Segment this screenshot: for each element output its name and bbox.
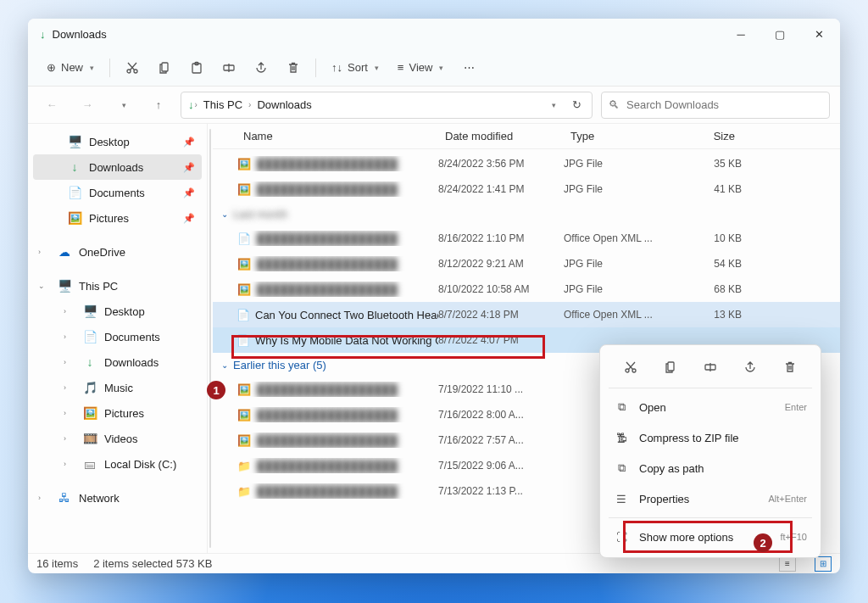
addr-dropdown-button[interactable]: ▾ — [541, 93, 565, 117]
sidebar-item-pc-music[interactable]: ›🎵Music — [33, 375, 202, 400]
ctx-rename-button[interactable] — [697, 354, 724, 381]
annotation-badge-2: 2 — [754, 533, 772, 552]
svg-point-6 — [626, 369, 629, 372]
ctx-share-button[interactable] — [737, 354, 764, 381]
share-button[interactable] — [246, 54, 276, 81]
file-row[interactable]: 📄██████████████████8/16/2022 1:10 PMOffi… — [213, 226, 840, 251]
sidebar-item-pictures[interactable]: 🖼️Pictures📌 — [33, 205, 202, 231]
copypath-icon: ⧉ — [614, 461, 629, 475]
more-button[interactable]: ⋯ — [453, 54, 484, 81]
rename-button[interactable] — [214, 54, 244, 81]
ctx-copy-button[interactable] — [657, 354, 684, 381]
crumb-downloads[interactable]: Downloads — [252, 97, 316, 113]
zip-icon: 🗜 — [614, 432, 629, 444]
svg-point-1 — [134, 70, 137, 73]
ctx-copy-path[interactable]: ⧉Copy as path — [605, 453, 815, 483]
search-icon: 🔍︎ — [609, 98, 620, 111]
sidebar-item-onedrive[interactable]: ›☁OneDrive — [33, 239, 202, 265]
view-button[interactable]: ≡ View▾ — [389, 54, 453, 81]
cut-button[interactable] — [117, 54, 147, 81]
sidebar-item-documents[interactable]: 📄Documents📌 — [33, 180, 202, 205]
file-row[interactable]: 🖼️██████████████████8/24/2022 1:41 PMJPG… — [213, 176, 840, 202]
view-details-toggle[interactable]: ≡ — [779, 556, 796, 572]
recent-dropdown[interactable]: ▾ — [109, 92, 136, 119]
ctx-show-more-options[interactable]: ⛶Show more optionsft+F10 — [605, 522, 815, 552]
properties-icon: ☰ — [614, 493, 629, 505]
ctx-properties[interactable]: ☰PropertiesAlt+Enter — [605, 483, 815, 514]
sort-button[interactable]: ↑↓ Sort▾ — [323, 54, 387, 81]
forward-button[interactable]: → — [74, 92, 101, 119]
new-button[interactable]: ⊕New▾ — [38, 54, 103, 81]
minimize-button[interactable]: ─ — [721, 19, 760, 49]
col-name[interactable]: Name — [236, 130, 438, 142]
back-button[interactable]: ← — [38, 92, 65, 119]
pin-icon: 📌 — [183, 213, 195, 224]
svg-point-7 — [632, 369, 636, 372]
maximize-button[interactable]: ▢ — [760, 19, 799, 49]
column-headers[interactable]: Name Date modified Type Size — [213, 124, 840, 149]
file-group[interactable]: ⌄Last month — [213, 202, 840, 226]
copy-button[interactable] — [149, 54, 180, 81]
ctx-delete-button[interactable] — [776, 354, 804, 381]
pin-icon: 📌 — [183, 187, 195, 198]
file-row[interactable]: 🖼️██████████████████8/10/2022 10:58 AMJP… — [213, 276, 840, 302]
refresh-button[interactable]: ↻ — [565, 93, 588, 117]
svg-point-0 — [127, 70, 131, 73]
search-input[interactable] — [626, 98, 822, 111]
file-list-pane: Name Date modified Type Size 🖼️█████████… — [213, 124, 840, 553]
sidebar-item-thispc[interactable]: ⌄🖥️This PC — [33, 273, 202, 299]
explorer-window: ↓ Downloads ─ ▢ ✕ ⊕New▾ ↑↓ Sort▾ ≡ View▾… — [28, 19, 840, 573]
address-row: ← → ▾ ↑ ↓ › This PC › Downloads ▾ ↻ 🔍︎ — [28, 87, 840, 124]
pin-icon: 📌 — [183, 162, 195, 173]
col-size[interactable]: Size — [674, 130, 742, 142]
sidebar-item-pc-localdisk[interactable]: ›🖴Local Disk (C:) — [33, 451, 202, 477]
window-title: Downloads — [53, 28, 722, 41]
ctx-compress-zip[interactable]: 🗜Compress to ZIP file — [605, 422, 815, 453]
pin-icon: 📌 — [183, 137, 195, 148]
titlebar[interactable]: ↓ Downloads ─ ▢ ✕ — [28, 19, 840, 49]
status-count: 16 items — [36, 557, 78, 570]
more-icon: ⛶ — [614, 531, 629, 544]
sidebar-item-downloads[interactable]: ↓Downloads📌 — [33, 154, 202, 180]
delete-button[interactable] — [278, 54, 309, 81]
svg-rect-2 — [162, 63, 168, 71]
close-button[interactable]: ✕ — [799, 19, 838, 49]
col-type[interactable]: Type — [564, 130, 674, 142]
sidebar-item-pc-pictures[interactable]: ›🖼️Pictures — [33, 400, 202, 426]
sidebar-item-desktop[interactable]: 🖥️Desktop📌 — [33, 129, 202, 154]
open-icon: ⧉ — [614, 400, 629, 414]
sidebar-item-pc-videos[interactable]: ›🎞️Videos — [33, 426, 202, 451]
file-row[interactable]: 🖼️██████████████████8/24/2022 3:56 PMJPG… — [213, 151, 840, 176]
ctx-cut-button[interactable] — [617, 354, 644, 381]
paste-button[interactable] — [181, 54, 212, 81]
address-bar[interactable]: ↓ › This PC › Downloads ▾ ↻ — [181, 92, 593, 119]
toolbar: ⊕New▾ ↑↓ Sort▾ ≡ View▾ ⋯ — [28, 49, 840, 87]
download-icon: ↓ — [40, 28, 46, 41]
file-row[interactable]: 🖼️██████████████████8/12/2022 9:21 AMJPG… — [213, 251, 840, 276]
up-button[interactable]: ↑ — [145, 92, 172, 119]
annotation-badge-1: 1 — [207, 381, 225, 399]
file-row[interactable]: 📄Can You Connect Two Bluetooth Headph...… — [213, 302, 840, 327]
sidebar-item-pc-downloads[interactable]: ›↓Downloads — [33, 349, 202, 375]
context-menu: ⧉OpenEnter 🗜Compress to ZIP file ⧉Copy a… — [599, 344, 821, 558]
col-date[interactable]: Date modified — [438, 130, 564, 142]
view-icons-toggle[interactable]: ⊞ — [815, 556, 832, 572]
context-quick-actions — [605, 350, 815, 384]
crumb-this-pc[interactable]: This PC — [198, 97, 248, 113]
svg-rect-8 — [668, 362, 674, 371]
sidebar[interactable]: 🖥️Desktop📌 ↓Downloads📌 📄Documents📌 🖼️Pic… — [28, 124, 208, 553]
ctx-open[interactable]: ⧉OpenEnter — [605, 392, 815, 422]
sidebar-item-network[interactable]: ›🖧Network — [33, 485, 202, 511]
sidebar-item-pc-documents[interactable]: ›📄Documents — [33, 324, 202, 349]
sidebar-item-pc-desktop[interactable]: ›🖥️Desktop — [33, 299, 202, 324]
status-selected: 2 items selected 573 KB — [93, 557, 212, 570]
search-box[interactable]: 🔍︎ — [601, 92, 830, 119]
